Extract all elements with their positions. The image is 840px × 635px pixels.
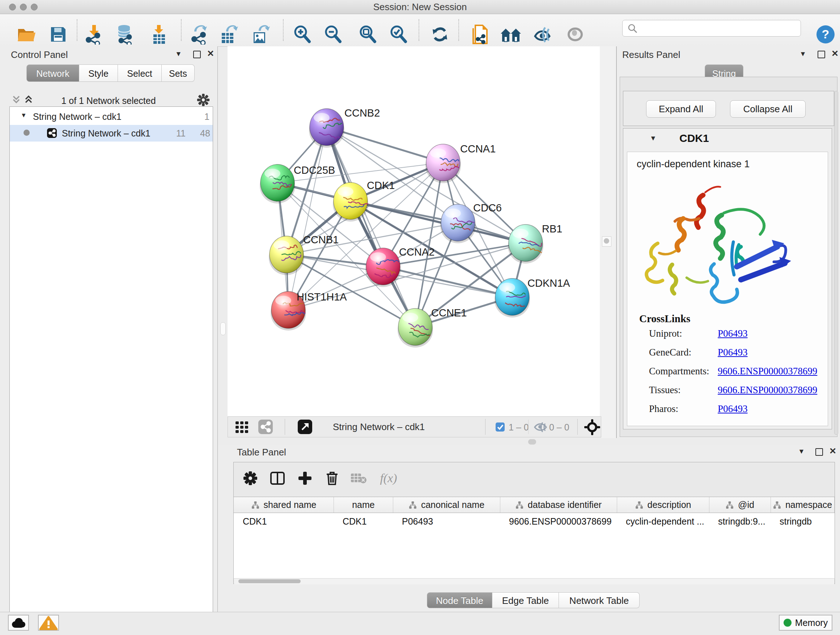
memory-button[interactable]: Memory <box>779 615 832 631</box>
delete-column-icon[interactable] <box>325 470 339 486</box>
open-session-icon[interactable] <box>17 25 37 43</box>
node-CCNE1[interactable] <box>398 309 433 348</box>
search-input[interactable] <box>622 20 801 36</box>
tab-sets[interactable]: Sets <box>162 65 195 82</box>
title-bar: Session: New Session <box>0 0 840 14</box>
node-CDC25B[interactable] <box>260 165 295 203</box>
network-options-gear-icon[interactable] <box>197 93 210 106</box>
export-table-icon[interactable] <box>219 24 238 44</box>
column-header-canonicalname[interactable]: canonical name <box>393 497 500 513</box>
zoom-selected-icon[interactable] <box>389 25 408 44</box>
grid-view-icon[interactable] <box>235 421 254 433</box>
show-display-icon[interactable] <box>566 26 584 43</box>
node-label-CCNB1: CCNB1 <box>303 234 339 245</box>
import-network-database-icon[interactable] <box>115 24 134 44</box>
network-collection-row[interactable]: ▼ String Network – cdk1 1 <box>10 109 213 125</box>
close-panel-icon[interactable]: ✕ <box>829 448 836 455</box>
tab-style[interactable]: Style <box>79 65 118 82</box>
edge-CCNB2-HIST1H1A[interactable] <box>288 127 327 310</box>
float-panel-icon[interactable] <box>815 448 823 456</box>
collection-count: 1 <box>204 111 210 122</box>
horizontal-splitter[interactable] <box>218 438 840 445</box>
status-bar: Memory <box>0 612 840 635</box>
string-view-icon[interactable] <box>258 420 273 434</box>
zoom-out-icon[interactable] <box>324 25 343 44</box>
column-header-sharedname[interactable]: shared name <box>234 497 334 513</box>
column-header-description[interactable]: description <box>617 497 709 513</box>
tab-network[interactable]: Network <box>27 65 79 82</box>
node-CDK1[interactable] <box>333 182 368 222</box>
add-column-icon[interactable] <box>298 471 312 486</box>
column-header-namespace[interactable]: namespace <box>771 497 835 513</box>
crosslink-link[interactable]: P06493 <box>718 328 748 339</box>
gene-expander-icon[interactable]: ▼ <box>650 134 657 142</box>
expand-collapse-box: Expand All Collapse All <box>623 91 834 126</box>
network-name: String Network – cdk1 <box>62 128 150 139</box>
navigator-crosshair-icon[interactable] <box>584 419 600 435</box>
close-panel-icon[interactable]: ✕ <box>831 50 838 57</box>
import-table-icon[interactable] <box>150 24 168 44</box>
network-row-selected[interactable]: String Network – cdk1 11 48 <box>10 125 213 141</box>
right-splitter-handle[interactable] <box>602 236 611 247</box>
collapse-panel-icon[interactable]: ▼ <box>175 50 182 58</box>
collapse-all-button[interactable]: Collapse All <box>730 100 806 118</box>
float-panel-icon[interactable] <box>818 51 825 58</box>
collapse-panel-icon[interactable]: ▼ <box>799 50 806 58</box>
crosslink-link[interactable]: 9606.ENSP00000378699 <box>718 385 817 396</box>
column-header-databaseidentifier[interactable]: database identifier <box>500 497 617 513</box>
results-scrollbar[interactable] <box>834 91 838 435</box>
node-CCNB2[interactable] <box>309 109 344 148</box>
save-session-icon[interactable] <box>50 26 67 43</box>
column-header-id[interactable]: @id <box>709 497 771 513</box>
share-document-icon[interactable] <box>471 24 489 45</box>
open-in-new-window-icon[interactable] <box>298 420 312 434</box>
expand-all-networks-icon[interactable] <box>24 94 33 105</box>
tab-network-table[interactable]: Network Table <box>559 592 639 608</box>
node-RB1[interactable] <box>508 225 543 264</box>
expand-all-button[interactable]: Expand All <box>646 100 716 118</box>
crosslink-link[interactable]: P06493 <box>718 347 748 358</box>
tab-select[interactable]: Select <box>118 65 162 82</box>
node-CDKN1A[interactable] <box>494 279 530 318</box>
control-panel: Control Panel ▼ ✕ NetworkStyleSelectSets… <box>0 46 218 612</box>
toolbar-separator <box>77 19 77 41</box>
close-panel-icon[interactable]: ✕ <box>207 50 214 57</box>
float-panel-icon[interactable] <box>193 51 201 58</box>
cloud-button[interactable] <box>8 615 29 631</box>
tab-edge-table[interactable]: Edge Table <box>493 592 559 608</box>
selected-checkbox-icon[interactable] <box>496 423 505 432</box>
table-horizontal-scrollbar[interactable] <box>234 578 834 584</box>
table-options-gear-icon[interactable] <box>243 471 257 486</box>
hide-display-icon[interactable] <box>533 25 553 43</box>
zoom-fit-icon[interactable] <box>358 25 377 44</box>
show-columns-icon[interactable] <box>270 471 285 485</box>
tab-node-table[interactable]: Node Table <box>427 592 493 608</box>
crosslink-link[interactable]: 9606.ENSP00000378699 <box>718 366 817 377</box>
node-CCNA2[interactable] <box>365 248 401 287</box>
export-image-icon[interactable] <box>251 24 270 44</box>
scrollbar-thumb[interactable] <box>238 579 301 583</box>
gene-symbol: CDK1 <box>679 132 709 144</box>
zoom-in-icon[interactable] <box>293 25 312 44</box>
node-gloss <box>513 229 529 238</box>
home-icon[interactable] <box>500 26 522 43</box>
crosslink-link[interactable]: P06493 <box>718 403 748 415</box>
table-row[interactable]: CDK1CDK1P064939606.ENSP00000378699cyclin… <box>234 513 835 529</box>
warnings-button[interactable] <box>38 615 59 631</box>
network-canvas[interactable]: CCNB2CCNA1CDC25BCDK1CDC6RB1CCNB1CCNA2CDK… <box>227 46 600 416</box>
export-network-icon[interactable] <box>190 24 209 44</box>
help-icon[interactable]: ? <box>816 25 835 44</box>
horizontal-splitter-handle[interactable] <box>528 439 536 445</box>
node-CCNB1[interactable] <box>269 236 304 275</box>
collapse-panel-icon[interactable]: ▼ <box>798 448 805 455</box>
refresh-icon[interactable] <box>431 25 449 44</box>
left-splitter-handle[interactable] <box>220 322 226 335</box>
node-CCNA1[interactable] <box>425 144 461 183</box>
column-header-name[interactable]: name <box>334 497 393 513</box>
node-label-CCNA1: CCNA1 <box>460 143 496 155</box>
import-network-file-icon[interactable] <box>84 24 103 44</box>
collapse-all-networks-icon[interactable] <box>11 94 21 105</box>
node-CDC6[interactable] <box>440 204 476 243</box>
collection-expander-icon[interactable]: ▼ <box>21 112 27 119</box>
right-splitter[interactable] <box>601 46 616 438</box>
